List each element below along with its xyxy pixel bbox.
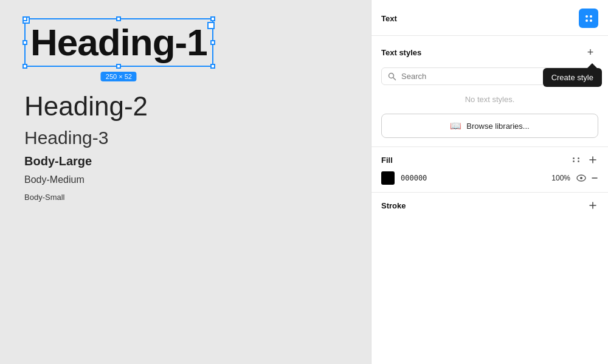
tooltip-text: Create style bbox=[543, 68, 602, 87]
grid-dots-icon bbox=[586, 15, 592, 22]
plus-icon bbox=[589, 156, 597, 164]
browse-libraries-button[interactable]: 📖 Browse libraries... bbox=[381, 114, 598, 138]
handle-tr[interactable] bbox=[210, 16, 215, 21]
size-badge: 250 × 52 bbox=[101, 72, 137, 81]
fill-row: 000000 100% bbox=[381, 171, 598, 185]
body-small-wrapper[interactable]: Body-Small bbox=[24, 191, 213, 202]
canvas-area: Heading-1 250 × 52 Heading-2 Heading-3 B… bbox=[0, 0, 371, 364]
fill-hex-value: 000000 bbox=[401, 174, 540, 182]
svg-point-5 bbox=[580, 177, 582, 179]
search-icon bbox=[388, 72, 396, 81]
fill-header: Fill bbox=[381, 154, 598, 165]
body-medium-wrapper[interactable]: Body-Medium bbox=[24, 174, 213, 185]
fill-header-actions bbox=[572, 154, 598, 165]
fill-add-button[interactable] bbox=[587, 154, 598, 165]
text-styles-label: Text styles bbox=[381, 48, 421, 57]
handle-mt[interactable] bbox=[116, 16, 121, 21]
dot-1 bbox=[586, 15, 588, 18]
heading2-wrapper[interactable]: Heading-2 bbox=[24, 91, 213, 122]
handle-mb[interactable] bbox=[116, 64, 121, 69]
fill-color-swatch[interactable] bbox=[381, 171, 395, 185]
dot-3 bbox=[586, 19, 588, 22]
panel-title: Text bbox=[381, 14, 397, 23]
body-large-wrapper[interactable]: Body-Large bbox=[24, 154, 213, 168]
fill-section: Fill bbox=[371, 147, 608, 193]
eye-icon bbox=[576, 174, 586, 182]
grid-icon-button[interactable] bbox=[579, 9, 598, 28]
create-style-tooltip: Create style bbox=[543, 63, 602, 87]
no-styles-message: No text styles. bbox=[381, 85, 598, 111]
heading1-wrapper[interactable]: Heading-1 250 × 52 bbox=[24, 18, 213, 67]
minus-icon bbox=[591, 174, 598, 182]
tooltip-arrow bbox=[587, 63, 597, 68]
fill-remove-button[interactable] bbox=[591, 174, 598, 182]
heading2-text: Heading-2 bbox=[24, 91, 148, 121]
right-panel: Text Text styles + Create sty bbox=[371, 0, 608, 364]
fill-opacity-value: 100% bbox=[546, 174, 570, 182]
heading1-text: Heading-1 bbox=[30, 21, 207, 63]
heading3-text: Heading-3 bbox=[24, 128, 108, 148]
text-styles-section: Text styles + Create style No text style… bbox=[371, 36, 608, 147]
body-large-text: Body-Large bbox=[24, 154, 92, 168]
book-icon: 📖 bbox=[450, 120, 461, 131]
text-styles-header: Text styles + bbox=[381, 44, 598, 60]
mini-dot-1 bbox=[573, 157, 575, 159]
fill-label: Fill bbox=[381, 156, 393, 165]
panel-header: Text bbox=[371, 0, 608, 36]
browse-libraries-label: Browse libraries... bbox=[466, 122, 529, 131]
stroke-add-button[interactable] bbox=[587, 200, 598, 211]
add-text-style-button[interactable]: + bbox=[582, 44, 598, 60]
heading1-selection-box: Heading-1 bbox=[24, 18, 213, 67]
body-small-text: Body-Small bbox=[24, 193, 64, 202]
stroke-plus-icon bbox=[589, 201, 597, 210]
handle-tl[interactable] bbox=[22, 16, 27, 21]
canvas-content: Heading-1 250 × 52 Heading-2 Heading-3 B… bbox=[24, 18, 213, 202]
handle-ml[interactable] bbox=[22, 40, 27, 45]
body-medium-text: Body-Medium bbox=[24, 174, 85, 185]
handle-br[interactable] bbox=[210, 64, 215, 69]
mini-dot-3 bbox=[573, 160, 575, 162]
mini-dot-4 bbox=[578, 160, 579, 162]
handle-bl[interactable] bbox=[22, 64, 27, 69]
fill-right-actions bbox=[576, 174, 598, 182]
stroke-label: Stroke bbox=[381, 201, 406, 210]
svg-line-1 bbox=[393, 77, 396, 80]
stroke-section: Stroke bbox=[371, 193, 608, 218]
heading3-wrapper[interactable]: Heading-3 bbox=[24, 128, 213, 148]
stroke-header: Stroke bbox=[381, 200, 598, 211]
fill-dots-button[interactable] bbox=[572, 156, 582, 163]
fill-visibility-button[interactable] bbox=[576, 174, 586, 182]
dots-icon bbox=[573, 157, 581, 162]
mini-dot-2 bbox=[578, 157, 579, 159]
dot-4 bbox=[590, 19, 592, 22]
handle-mr[interactable] bbox=[210, 40, 215, 45]
dot-2 bbox=[590, 15, 592, 18]
